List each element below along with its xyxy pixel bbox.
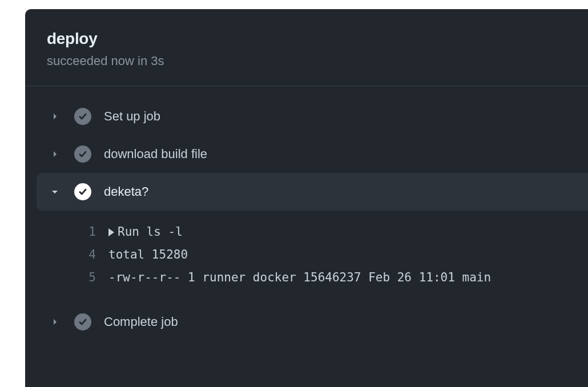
chevron-right-icon	[49, 111, 61, 122]
line-content: -rw-r--r-- 1 runner docker 15646237 Feb …	[108, 267, 491, 289]
step-row-deketa[interactable]: deketa?	[37, 173, 588, 211]
line-number: 1	[79, 221, 108, 244]
check-circle-icon	[74, 183, 91, 200]
step-label: Complete job	[104, 315, 178, 329]
check-circle-icon	[74, 146, 91, 163]
log-line[interactable]: 1 Run ls -l	[79, 221, 588, 244]
job-panel: deploy succeeded now in 3s Set up job do…	[25, 9, 588, 387]
step-label: download build file	[104, 147, 207, 162]
line-number: 4	[79, 244, 108, 267]
job-title: deploy	[47, 30, 588, 48]
job-status-text: succeeded now in 3s	[47, 54, 588, 68]
step-label: Set up job	[104, 109, 160, 124]
line-content: Run ls -l	[108, 221, 183, 244]
chevron-right-icon	[49, 148, 61, 160]
line-number: 5	[79, 267, 108, 289]
step-row-complete-job[interactable]: Complete job	[25, 303, 588, 341]
line-content: total 15280	[108, 244, 188, 267]
check-circle-icon	[74, 108, 91, 125]
step-row-download-build-file[interactable]: download build file	[25, 135, 588, 173]
log-line: 5 -rw-r--r-- 1 runner docker 15646237 Fe…	[79, 267, 588, 289]
step-row-setup-job[interactable]: Set up job	[25, 98, 588, 135]
chevron-down-icon	[49, 186, 61, 197]
step-label: deketa?	[104, 184, 148, 199]
job-header: deploy succeeded now in 3s	[25, 9, 588, 86]
log-line: 4 total 15280	[79, 244, 588, 267]
chevron-right-icon	[49, 316, 61, 328]
step-list: Set up job download build file deketa? 1	[25, 86, 588, 341]
log-text: Run ls -l	[118, 225, 183, 239]
log-output: 1 Run ls -l 4 total 15280 5 -rw-r--r-- 1…	[25, 211, 588, 303]
triangle-right-icon[interactable]	[108, 228, 114, 236]
check-circle-icon	[74, 313, 91, 330]
